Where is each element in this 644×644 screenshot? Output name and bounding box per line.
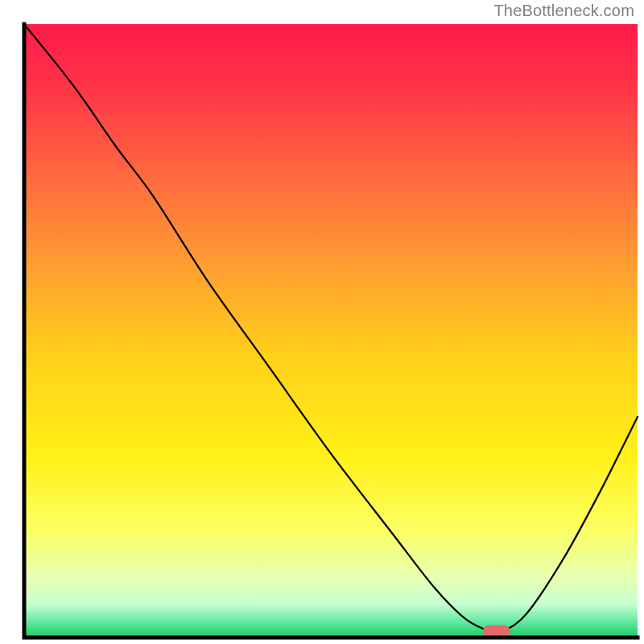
chart-svg [0, 0, 644, 644]
attribution-text: TheBottleneck.com [493, 2, 634, 20]
plot-background [24, 24, 638, 638]
bottleneck-chart: TheBottleneck.com [0, 0, 644, 644]
